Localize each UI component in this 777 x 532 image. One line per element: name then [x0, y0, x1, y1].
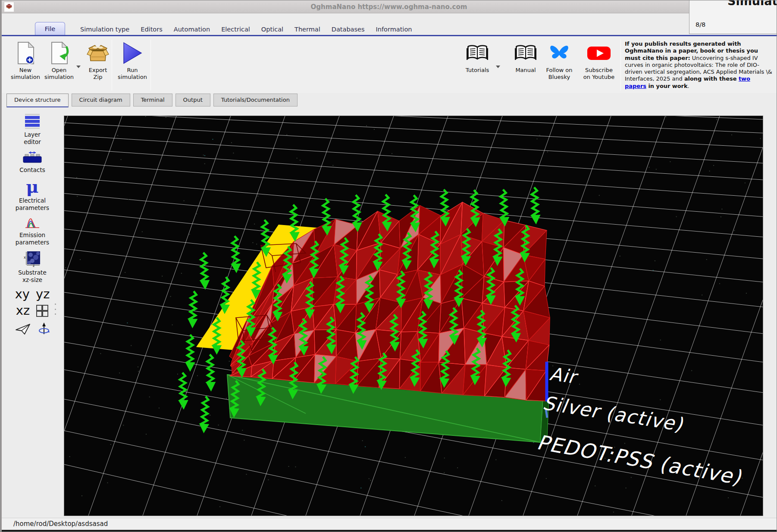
- export-zip-button[interactable]: Export Zip: [81, 41, 114, 80]
- menu-bar: File Simulation type Editors Automation …: [0, 13, 777, 36]
- panel-splitter-handle[interactable]: [54, 304, 56, 315]
- tab-terminal[interactable]: Terminal: [133, 94, 172, 106]
- new-simulation-label: New simulation: [9, 67, 42, 80]
- manual-label: Manual: [509, 67, 542, 74]
- view-tab-bar: Device structure Circuit diagram Termina…: [0, 93, 777, 107]
- title-bar[interactable]: OghmaNano https://www.oghma-nano.com: [0, 0, 777, 13]
- youtube-button[interactable]: Subscribe on Youtube: [583, 41, 615, 80]
- contacts-icon: [22, 151, 42, 164]
- simulation-window-title: Simulation: [727, 0, 777, 8]
- device-3d-scene: Air Silver (active) PEDOT:PSS (active): [64, 116, 763, 516]
- tab-device-structure[interactable]: Device structure: [6, 94, 69, 108]
- substrate-xz-size-label: Substrate xz-size: [18, 269, 46, 284]
- status-bar: /home/rod/Desktop/asdsasad: [0, 518, 777, 530]
- menu-item-file[interactable]: File: [35, 22, 65, 36]
- status-path: /home/rod/Desktop/asdsasad: [13, 520, 108, 528]
- rotate-axis-icon[interactable]: [38, 322, 50, 336]
- emission-spectrum-icon: [24, 216, 41, 229]
- run-simulation-icon: [116, 41, 149, 66]
- svg-text:x: x: [24, 256, 26, 260]
- view-yz-button[interactable]: yz: [36, 287, 50, 301]
- substrate-xz-size-button[interactable]: x z Substrate xz-size: [18, 250, 46, 284]
- simulation-progress-count: 8/8: [696, 21, 705, 28]
- new-simulation-icon: [9, 41, 42, 66]
- electrical-parameters-label: Electrical parameters: [16, 197, 49, 212]
- tab-circuit-diagram[interactable]: Circuit diagram: [72, 94, 130, 106]
- 3d-viewport[interactable]: Air Silver (active) PEDOT:PSS (active): [64, 116, 763, 516]
- contacts-label: Contacts: [19, 166, 45, 174]
- new-simulation-button[interactable]: New simulation: [9, 41, 42, 80]
- app-window: OghmaNano https://www.oghma-nano.com Fil…: [0, 0, 777, 532]
- emission-parameters-button[interactable]: Emission parameters: [16, 216, 49, 246]
- menu-item-editors[interactable]: Editors: [135, 26, 168, 33]
- contacts-button[interactable]: Contacts: [19, 151, 45, 174]
- open-simulation-button[interactable]: Open simulation: [43, 41, 75, 80]
- manual-button[interactable]: Manual: [509, 41, 542, 74]
- tab-tutorials-documentation[interactable]: Tutorials/Documentation: [213, 94, 298, 106]
- electrical-parameters-button[interactable]: μ Electrical parameters: [16, 178, 49, 212]
- view-xz-button[interactable]: xz: [16, 304, 30, 318]
- menu-item-databases[interactable]: Databases: [326, 26, 370, 33]
- citation-bold-mid: along with these: [684, 75, 739, 82]
- window-bottom-edge: [0, 530, 777, 532]
- open-simulation-label: Open simulation: [43, 67, 75, 80]
- four-pane-view-icon[interactable]: [36, 304, 49, 317]
- toolbar-separator: [112, 40, 112, 91]
- menu-item-thermal[interactable]: Thermal: [289, 26, 326, 33]
- tutorials-dropdown-icon[interactable]: [496, 66, 500, 68]
- substrate-texture-icon: x z: [24, 250, 41, 267]
- workspace: Layer editor Contacts μ Electrical param…: [0, 107, 777, 518]
- menu-item-simulation-type[interactable]: Simulation type: [75, 26, 135, 33]
- tutorials-button[interactable]: Tutorials: [461, 41, 494, 74]
- toolbar-separator: [620, 40, 621, 91]
- simulation-progress-window: Simulation 8/8: [689, 0, 777, 34]
- layer-editor-label: Layer editor: [24, 131, 41, 146]
- menu-item-optical[interactable]: Optical: [256, 26, 289, 33]
- tutorials-label: Tutorials: [461, 67, 494, 74]
- menu-item-information[interactable]: Information: [370, 26, 418, 33]
- toolbar: New simulation Open simulation: [0, 36, 777, 93]
- layer-editor-icon: [24, 113, 41, 129]
- tutorials-icon: [461, 41, 494, 66]
- svg-text:z: z: [33, 264, 34, 267]
- open-simulation-icon: [43, 41, 75, 66]
- window-title: OghmaNano https://www.oghma-nano.com: [0, 0, 777, 13]
- layer-editor-button[interactable]: Layer editor: [24, 113, 41, 146]
- tab-output[interactable]: Output: [175, 94, 210, 106]
- toolbar-separator: [150, 40, 151, 91]
- bluesky-label: Follow on Bluesky: [543, 67, 576, 80]
- bluesky-butterfly-icon: [543, 41, 576, 66]
- citation-bold-end: in your work: [646, 83, 688, 89]
- menu-item-electrical[interactable]: Electrical: [216, 26, 256, 33]
- youtube-icon: [583, 41, 615, 66]
- export-zip-label: Export Zip: [81, 67, 114, 80]
- run-simulation-button[interactable]: Run simulation: [116, 41, 149, 80]
- citation-period: .: [687, 83, 689, 89]
- scene-label-silver: Silver (active): [541, 392, 684, 436]
- scene-label-air: Air: [548, 363, 580, 388]
- view-xy-button[interactable]: xy: [15, 287, 30, 301]
- bluesky-button[interactable]: Follow on Bluesky: [543, 41, 576, 80]
- manual-icon: [509, 41, 542, 66]
- emission-parameters-label: Emission parameters: [16, 232, 49, 246]
- citation-notice: If you publish results generated with Og…: [625, 41, 772, 90]
- mu-icon: μ: [26, 178, 38, 195]
- run-simulation-label: Run simulation: [116, 67, 149, 80]
- menu-accent-underline: [0, 35, 777, 36]
- youtube-label: Subscribe on Youtube: [583, 67, 615, 80]
- menu-item-automation[interactable]: Automation: [168, 26, 216, 33]
- open-simulation-dropdown-icon[interactable]: [76, 66, 81, 68]
- export-zip-icon: [81, 41, 114, 66]
- ray-trace-plane-icon[interactable]: [15, 323, 31, 335]
